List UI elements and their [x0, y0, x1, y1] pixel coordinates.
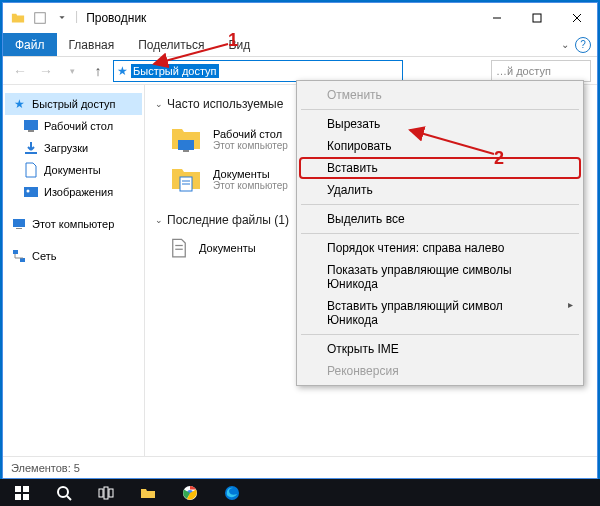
- svg-rect-5: [24, 120, 38, 130]
- nav-downloads[interactable]: Загрузки: [5, 137, 142, 159]
- search-input[interactable]: …й доступ: [491, 60, 591, 82]
- separator: [301, 334, 579, 335]
- taskview-button[interactable]: [88, 479, 124, 506]
- svg-rect-24: [15, 494, 21, 500]
- item-name: Рабочий стол: [213, 128, 288, 140]
- status-text: Элементов: 5: [11, 462, 80, 474]
- edge-taskbar-icon[interactable]: [214, 479, 250, 506]
- tab-home[interactable]: Главная: [57, 33, 127, 56]
- documents-icon: [23, 162, 39, 178]
- collapse-ribbon-icon[interactable]: ⌄: [561, 39, 569, 50]
- properties-icon[interactable]: [31, 9, 49, 27]
- svg-rect-2: [533, 14, 541, 22]
- svg-point-8: [27, 190, 30, 193]
- ctx-rtl[interactable]: Порядок чтения: справа налево: [299, 237, 581, 259]
- ctx-reconvert: Реконверсия: [299, 360, 581, 382]
- ctx-paste[interactable]: Вставить: [299, 157, 581, 179]
- svg-rect-7: [24, 187, 38, 197]
- nav-label: Быстрый доступ: [32, 98, 116, 110]
- svg-rect-14: [183, 150, 189, 152]
- annotation-arrow-2: [404, 124, 500, 160]
- minimize-button[interactable]: [477, 3, 517, 33]
- nav-label: Рабочий стол: [44, 120, 113, 132]
- quick-access-toolbar: |: [9, 9, 84, 27]
- nav-label: Документы: [44, 164, 101, 176]
- svg-rect-13: [178, 140, 194, 150]
- item-info: Документы Этот компьютер: [213, 168, 288, 191]
- titlebar: | Проводник: [3, 3, 597, 33]
- annotation-arrow-1: [148, 40, 234, 70]
- help-icon[interactable]: ?: [575, 37, 591, 53]
- explorer-taskbar-icon[interactable]: [130, 479, 166, 506]
- up-button[interactable]: ↑: [87, 60, 109, 82]
- svg-rect-28: [99, 489, 103, 497]
- svg-rect-22: [15, 486, 21, 492]
- taskbar: [0, 479, 600, 506]
- network-icon: [11, 248, 27, 264]
- navigation-pane: ★ Быстрый доступ Рабочий стол Загрузки Д…: [3, 85, 145, 456]
- svg-rect-6: [28, 130, 34, 132]
- item-name: Документы: [213, 168, 288, 180]
- nav-label: Этот компьютер: [32, 218, 114, 230]
- svg-rect-29: [104, 487, 108, 499]
- star-icon: ★: [117, 64, 128, 78]
- item-name: Документы: [199, 242, 256, 254]
- separator: [301, 109, 579, 110]
- svg-line-21: [410, 130, 494, 154]
- search-placeholder: …й доступ: [496, 65, 551, 77]
- ctx-selectall[interactable]: Выделить все: [299, 208, 581, 230]
- document-icon: [169, 238, 189, 258]
- ribbon-right: ⌄ ?: [561, 33, 597, 56]
- nav-desktop[interactable]: Рабочий стол: [5, 115, 142, 137]
- desktop-icon: [23, 118, 39, 134]
- item-sub: Этот компьютер: [213, 140, 288, 151]
- window-title: Проводник: [86, 11, 146, 25]
- tab-file[interactable]: Файл: [3, 33, 57, 56]
- search-button[interactable]: [46, 479, 82, 506]
- window-controls: [477, 3, 597, 33]
- svg-rect-30: [109, 489, 113, 497]
- nav-thispc[interactable]: Этот компьютер: [5, 213, 142, 235]
- nav-network[interactable]: Сеть: [5, 245, 142, 267]
- folder-desktop-icon: [169, 122, 203, 156]
- maximize-button[interactable]: [517, 3, 557, 33]
- svg-point-26: [58, 487, 68, 497]
- caret-down-icon: ⌄: [155, 99, 163, 109]
- forward-button[interactable]: →: [35, 60, 57, 82]
- svg-rect-9: [13, 219, 25, 227]
- ctx-openime[interactable]: Открыть IME: [299, 338, 581, 360]
- svg-rect-11: [13, 250, 18, 254]
- svg-rect-12: [20, 258, 25, 262]
- nav-documents[interactable]: Документы: [5, 159, 142, 181]
- separator: [301, 233, 579, 234]
- nav-quickaccess[interactable]: ★ Быстрый доступ: [5, 93, 142, 115]
- folder-documents-icon: [169, 162, 203, 196]
- downloads-icon: [23, 140, 39, 156]
- caret-down-icon: ⌄: [155, 215, 163, 225]
- group-label: Часто используемые: [167, 97, 283, 111]
- titlebar-left: | Проводник: [3, 9, 146, 27]
- svg-line-20: [154, 44, 228, 64]
- ctx-delete[interactable]: Удалить: [299, 179, 581, 201]
- svg-rect-10: [16, 228, 22, 229]
- nav-label: Сеть: [32, 250, 56, 262]
- svg-rect-0: [35, 13, 46, 24]
- svg-line-27: [67, 496, 71, 500]
- statusbar: Элементов: 5: [3, 456, 597, 478]
- recent-dropdown[interactable]: ▾: [61, 60, 83, 82]
- svg-rect-25: [23, 494, 29, 500]
- group-label: Последние файлы (1): [167, 213, 289, 227]
- ctx-undo: Отменить: [299, 84, 581, 106]
- start-button[interactable]: [4, 479, 40, 506]
- item-sub: Этот компьютер: [213, 180, 288, 191]
- nav-pictures[interactable]: Изображения: [5, 181, 142, 203]
- ctx-showctrl[interactable]: Показать управляющие символы Юникода: [299, 259, 581, 295]
- pictures-icon: [23, 184, 39, 200]
- folder-icon: [9, 9, 27, 27]
- ctx-insertctrl[interactable]: Вставить управляющий символ Юникода: [299, 295, 581, 331]
- close-button[interactable]: [557, 3, 597, 33]
- chrome-taskbar-icon[interactable]: [172, 479, 208, 506]
- thispc-icon: [11, 216, 27, 232]
- qat-dropdown-icon[interactable]: [53, 9, 71, 27]
- back-button[interactable]: ←: [9, 60, 31, 82]
